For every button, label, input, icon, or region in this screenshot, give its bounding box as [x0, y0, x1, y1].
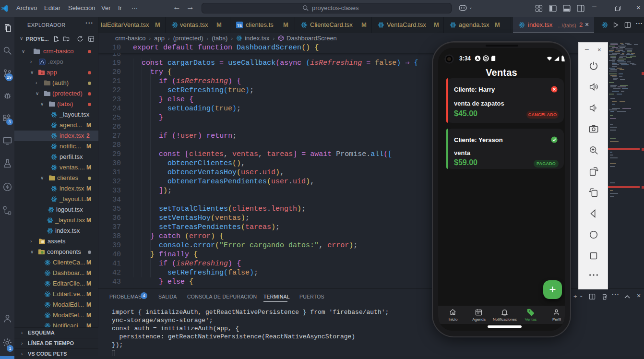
- svg-text:TS: TS: [237, 24, 242, 28]
